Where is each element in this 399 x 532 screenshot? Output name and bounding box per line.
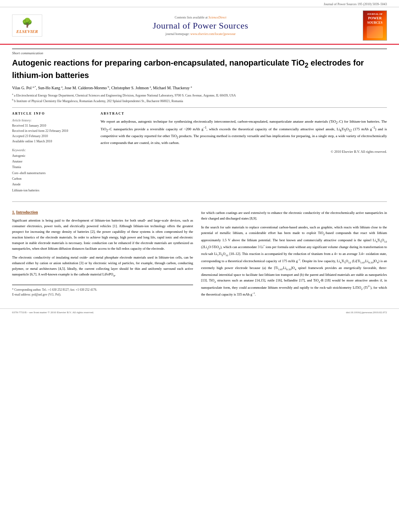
title-sub: 2 (305, 62, 309, 69)
keywords-block: Keywords: Autogenic Anatase Titania Core… (12, 148, 93, 194)
footnote-email: E-mail address: pol@anl.gov (V.G. Pol). (12, 292, 193, 298)
intro-heading: 1. Introduction (12, 210, 193, 214)
affiliations: a a Electrochemical Energy Storage Depar… (12, 92, 387, 103)
sciencedirect-line: Contents lists available at ScienceDirec… (42, 16, 359, 19)
separator-2 (12, 201, 387, 202)
article-history-block: Article history: Received 31 January 201… (12, 119, 93, 144)
article-info-heading: ARTICLE INFO (12, 112, 93, 115)
keyword-3: Titania (12, 164, 93, 170)
footnote-star-text: * Corresponding author. Tel.: +1 630 252… (12, 288, 97, 292)
separator (12, 107, 387, 108)
contents-text: Contents lists available at (175, 16, 208, 19)
intro-paragraph-2: The electronic conductivity of insulatin… (12, 255, 193, 278)
main-content: Short communication Autogenic reactions … (0, 45, 399, 304)
header: 🌳 ELSEVIER Contents lists available at S… (0, 7, 399, 45)
keyword-2: Anatase (12, 159, 93, 164)
article-title: Autogenic reactions for preparing carbon… (12, 58, 387, 80)
intro-paragraph-1: Significant attention is being paid to t… (12, 218, 193, 251)
accepted-date: Accepted 23 February 2010 (12, 134, 93, 139)
footnote-email-text: E-mail address: pol@anl.gov (V.G. Pol). (12, 293, 61, 296)
affiliation-a: a a Electrochemical Energy Storage Depar… (12, 92, 387, 98)
right-paragraph-2: In the search for safe materials to repl… (201, 224, 387, 297)
history-label: Article history: (12, 119, 93, 122)
author-list: Vilas G. Pol a,*, Sun-Ho Kang a, Jose M.… (12, 86, 192, 90)
body-left-column: 1. Introduction Significant attention is… (12, 210, 193, 300)
homepage-url[interactable]: www.elsevier.com/locate/jpowsour (190, 32, 235, 36)
right-paragraph-1: for which carbon coatings are used exten… (201, 210, 387, 221)
journal-citation: Journal of Power Sources 195 (2010) 5039… (324, 2, 387, 6)
section-type: Short communication (12, 49, 387, 55)
title-part1: Autogenic reactions for preparing carbon… (12, 58, 305, 67)
section-number: 1. (12, 210, 15, 214)
abstract-heading: ABSTRACT (101, 112, 387, 115)
authors: Vilas G. Pol a,*, Sun-Ho Kang a, Jose M.… (12, 85, 387, 90)
article-info-column: ARTICLE INFO Article history: Received 3… (12, 112, 93, 197)
keyword-4: Core–shell nanostructures (12, 170, 93, 176)
article-meta-section: ARTICLE INFO Article history: Received 3… (12, 112, 387, 197)
keyword-5: Carbon (12, 176, 93, 182)
keyword-6: Anode (12, 182, 93, 187)
header-center: Contents lists available at ScienceDirec… (42, 16, 359, 36)
doi-info: doi:10.1016/j.jpowsour.2010.02.072 (346, 311, 387, 314)
bottom-bar: 0378-7753/$ – see front matter © 2010 El… (0, 308, 399, 316)
revised-date: Received in revised form 22 February 201… (12, 129, 93, 134)
journal-title: Journal of Power Sources (42, 21, 359, 31)
keywords-label: Keywords: (12, 148, 93, 152)
elsevier-tree-icon: 🌳 (22, 18, 33, 28)
elsevier-wordmark: ELSEVIER (16, 29, 38, 34)
body-section: 1. Introduction Significant attention is… (12, 210, 387, 300)
footnote-star: * Corresponding author. Tel.: +1 630 252… (12, 288, 193, 293)
journal-bar: Journal of Power Sources 195 (2010) 5039… (0, 0, 399, 7)
abstract-body: We report an anhydrous, autogenic techni… (101, 119, 387, 146)
journal-homepage: journal homepage: www.elsevier.com/locat… (42, 32, 359, 36)
footnote-section: * Corresponding author. Tel.: +1 630 252… (12, 285, 193, 298)
journal-cover-image: JOURNAL OF POWER SOURCES (363, 10, 387, 41)
received-date: Received 31 January 2010 (12, 123, 93, 129)
copyright-notice: © 2010 Elsevier B.V. All rights reserved… (101, 150, 387, 154)
elsevier-logo: 🌳 ELSEVIER (12, 14, 42, 37)
online-date: Available online 1 March 2010 (12, 139, 93, 144)
issn-info: 0378-7753/$ – see front matter © 2010 El… (12, 311, 94, 314)
sciencedirect-link[interactable]: ScienceDirect (208, 16, 226, 19)
section-title: Introduction (16, 210, 38, 214)
body-right-column: for which carbon coatings are used exten… (201, 210, 387, 300)
page: Journal of Power Sources 195 (2010) 5039… (0, 0, 399, 532)
header-cover: JOURNAL OF POWER SOURCES (359, 10, 387, 41)
keyword-1: Autogenic (12, 153, 93, 159)
abstract-column: ABSTRACT We report an anhydrous, autogen… (101, 112, 387, 197)
keyword-7: Lithium-ion batteries (12, 188, 93, 193)
affiliation-b: b b Institute of Physical Chemistry Ilie… (12, 98, 387, 104)
